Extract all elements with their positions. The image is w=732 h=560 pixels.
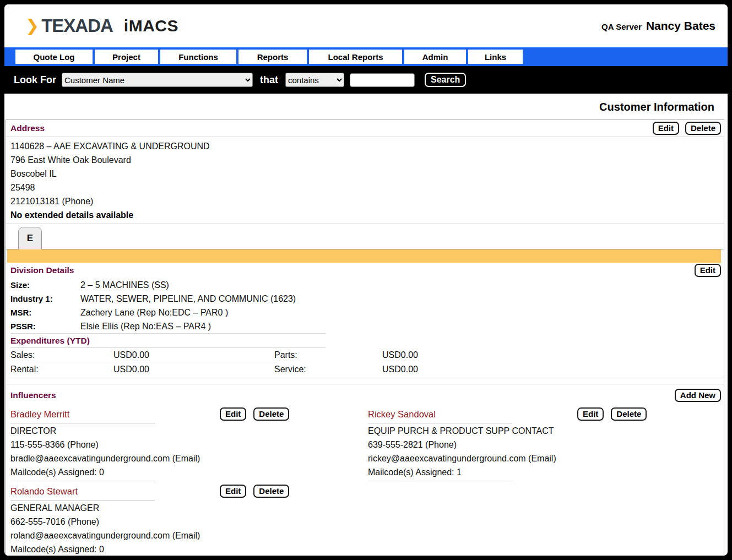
influencer-name[interactable]: Bradley Merritt [10,409,69,420]
texada-logo[interactable]: ❯ TEXADA iMACS [25,15,178,36]
main-nav: Quote Log Project Functions Reports Loca… [4,47,728,66]
address-line-phone: 2121013181 (Phone) [10,194,719,208]
field-label: Size: [10,278,80,292]
address-section-header: Address Edit Delete [6,120,724,137]
influencer-phone: 662-555-7016 (Phone) [10,515,368,529]
user-name: Nancy Bates [646,19,715,32]
expense-label: Parts: [274,348,382,362]
nav-item-admin[interactable]: Admin [404,50,466,64]
influencer-delete-button[interactable]: Delete [253,407,289,421]
logo-texada-text: TEXADA [41,15,113,36]
address-line-zip: 25498 [10,181,719,194]
header-user-area: QA Server Nancy Bates [601,19,715,32]
expense-label: Rental: [10,362,113,376]
highlight-bar [7,249,721,263]
expense-label: Service: [274,362,382,376]
address-edit-button[interactable]: Edit [653,122,679,135]
influencer-phone: 639-555-2821 (Phone) [368,438,724,452]
influencer-email: rickey@aaeexcavatingunderground.com (Ema… [368,452,724,465]
expenditures-heading: Expenditures (YTD) [10,336,90,345]
influencer-delete-button[interactable]: Delete [253,485,289,498]
influencers-section-header: Influencers Add New [6,384,724,406]
expense-value: USD0.00 [113,348,274,362]
address-line-customer: 1140628 – AAE EXCAVATING & UNDERGROUND [10,139,719,153]
expense-value: USD0.00 [113,362,274,376]
division-edit-button[interactable]: Edit [695,264,721,277]
influencer-title: DIRECTOR [10,424,368,438]
app-frame: ❯ TEXADA iMACS QA Server Nancy Bates Quo… [4,4,728,556]
influencer-name[interactable]: Rolando Stewart [10,486,78,497]
search-bar: Look For Customer Name that contains Sea… [4,66,728,94]
divider [10,481,155,481]
address-body: 1140628 – AAE EXCAVATING & UNDERGROUND 7… [6,137,724,224]
add-new-button[interactable]: Add New [675,389,721,402]
influencer-email: roland@aaeexcavatingunderground.com (Ema… [10,529,368,542]
divider [368,423,512,423]
division-heading: Division Details [10,265,74,275]
nav-item-reports[interactable]: Reports [238,50,307,64]
influencer-delete-button[interactable]: Delete [611,407,647,421]
field-value: Elsie Ellis (Rep No:EAS – PAR4 ) [80,319,211,333]
address-delete-button[interactable]: Delete [685,122,721,135]
server-label: QA Server [601,22,642,31]
address-no-details: No extended details available [10,208,719,222]
division-field-msr: MSR: Zachery Lane (Rep No:EDC – PAR0 ) [6,306,724,319]
search-field-select[interactable]: Customer Name [62,73,253,87]
page-title: Customer Information [4,94,728,119]
field-label: MSR: [10,306,80,319]
influencer-mailcodes: Mailcode(s) Assigned: 1 [368,465,724,479]
influencers-heading: Influencers [10,390,56,400]
nav-item-functions[interactable]: Functions [160,50,236,64]
empty-cell [368,485,724,556]
look-for-label: Look For [14,74,56,86]
expenditures-row-1: Sales: USD0.00 Parts: USD0.00 [6,348,724,362]
main-content: Address Edit Delete 1140628 – AAE EXCAVA… [6,119,724,556]
division-field-size: Size: 2 – 5 MACHINES (SS) [6,278,724,292]
influencer-edit-button[interactable]: Edit [220,485,246,498]
address-line-street: 796 East White Oak Boulevard [10,153,719,167]
influencer-mailcodes: Mailcode(s) Assigned: 0 [10,542,368,556]
expenditures-header: Expenditures (YTD) [6,334,724,347]
influencer-title: EQUIP PURCH & PRODUCT SUPP CONTACT [368,424,724,438]
nav-item-quote-log[interactable]: Quote Log [15,50,93,64]
field-value: WATER, SEWER, PIPELINE, AND COMMUNIC (16… [80,292,296,306]
spacer [6,378,724,384]
expense-value: USD0.00 [382,348,724,362]
division-field-industry: Industry 1: WATER, SEWER, PIPELINE, AND … [6,292,724,306]
divider [368,481,513,481]
search-input[interactable] [350,73,415,87]
operator-select[interactable]: contains [285,73,344,87]
that-label: that [260,74,278,86]
expense-label: Sales: [10,348,113,362]
divider [10,500,155,501]
influencer-phone: 115-555-8366 (Phone) [10,438,368,452]
nav-item-project[interactable]: Project [95,50,158,64]
division-field-pssr: PSSR: Elsie Ellis (Rep No:EAS – PAR4 ) [6,319,724,333]
influencers-grid: Bradley Merritt Edit Delete DIRECTOR 115… [6,406,724,556]
influencer-edit-button[interactable]: Edit [220,407,246,421]
search-button[interactable]: Search [425,73,466,87]
address-line-city: Boscobel IL [10,167,719,181]
logo-product-text: iMACS [124,17,178,35]
logo-arrow-icon: ❯ [25,18,39,34]
nav-item-local-reports[interactable]: Local Reports [309,50,402,64]
field-value: Zachery Lane (Rep No:EDC – PAR0 ) [80,306,228,319]
division-tab-e[interactable]: E [18,227,42,249]
divider [10,423,155,423]
division-tab-row: E [6,224,724,249]
field-label: Industry 1: [10,292,80,306]
division-section-header: Division Details Edit [6,263,724,278]
nav-item-links[interactable]: Links [468,50,523,64]
influencer-mailcodes: Mailcode(s) Assigned: 0 [10,465,368,479]
app-header: ❯ TEXADA iMACS QA Server Nancy Bates [4,4,728,47]
influencer-name[interactable]: Rickey Sandoval [368,409,436,420]
field-value: 2 – 5 MACHINES (SS) [80,278,169,292]
influencer-email: bradle@aaeexcavatingunderground.com (Ema… [10,452,368,465]
expense-value: USD0.00 [382,362,724,376]
influencer-card: Bradley Merritt Edit Delete DIRECTOR 115… [10,407,368,481]
influencer-title: GENERAL MANAGER [10,501,368,515]
influencer-card: Rolando Stewart Edit Delete GENERAL MANA… [10,485,368,556]
address-heading: Address [10,123,45,133]
influencer-edit-button[interactable]: Edit [577,407,604,421]
field-label: PSSR: [10,319,80,333]
